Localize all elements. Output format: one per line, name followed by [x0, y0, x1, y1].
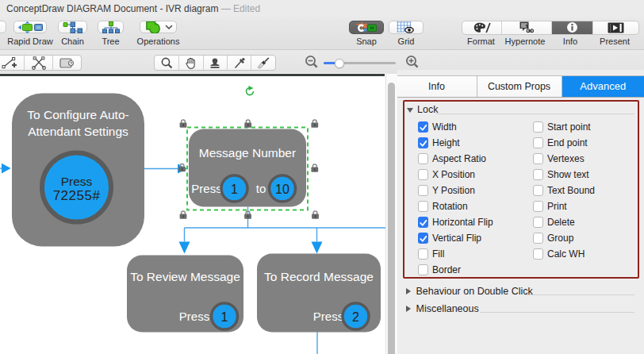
- svg-text:To Record Message: To Record Message: [264, 269, 374, 283]
- svg-text:10: 10: [275, 182, 289, 195]
- svg-text:Press: Press: [313, 309, 343, 322]
- svg-text:1: 1: [231, 182, 238, 195]
- svg-text:To Review Message: To Review Message: [130, 269, 240, 283]
- svg-text:Press: Press: [61, 174, 93, 187]
- svg-text:To Configure Auto-: To Configure Auto-: [27, 108, 128, 121]
- svg-text:2: 2: [352, 310, 359, 323]
- svg-text:72255#: 72255#: [53, 188, 101, 203]
- svg-text:to: to: [256, 182, 266, 195]
- svg-text:Press: Press: [179, 309, 209, 322]
- svg-text:1: 1: [221, 310, 228, 323]
- svg-text:Message Number: Message Number: [199, 145, 296, 159]
- svg-text:Attendant Settings: Attendant Settings: [28, 125, 128, 138]
- svg-text:Press: Press: [191, 182, 221, 195]
